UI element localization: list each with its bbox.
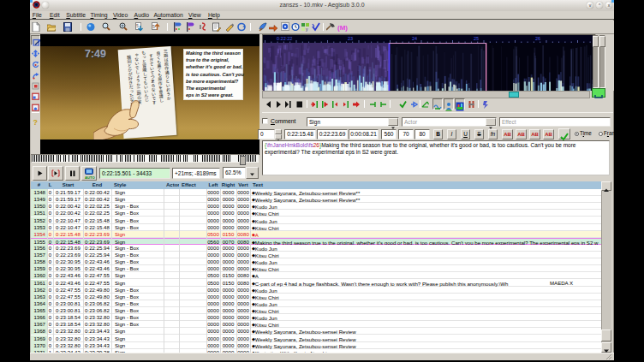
svg-text:AUTO: AUTO xyxy=(85,175,96,180)
svg-text:5: 5 xyxy=(152,24,155,29)
svg-text:(M): (M) xyxy=(337,24,348,32)
svg-text:5: 5 xyxy=(136,23,139,28)
svg-text:y: y xyxy=(306,27,308,32)
svg-text:?: ? xyxy=(33,118,39,127)
